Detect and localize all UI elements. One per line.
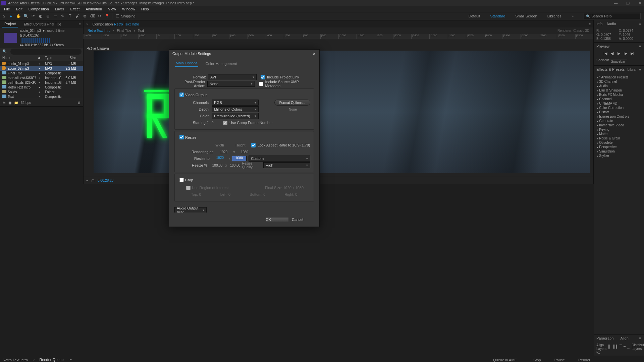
fx-category[interactable]: Noise & Grain: [596, 136, 630, 140]
video-output-checkbox[interactable]: [179, 93, 184, 97]
zoom-dropdown[interactable]: ▾: [86, 179, 88, 182]
tab-main-options[interactable]: Main Options: [175, 60, 198, 67]
fx-category[interactable]: Blur & Sharpen: [596, 88, 630, 93]
resize-width-input[interactable]: 1920: [213, 156, 227, 161]
resize-quality-dropdown[interactable]: High: [263, 162, 310, 168]
project-search-input[interactable]: [10, 49, 82, 55]
col-name[interactable]: Name: [0, 55, 36, 61]
col-type[interactable]: Type: [43, 55, 61, 61]
fx-category[interactable]: Immersive Video: [596, 123, 630, 127]
workspace-standard[interactable]: Standard: [490, 14, 505, 18]
render-button[interactable]: Render: [578, 358, 590, 362]
play-icon[interactable]: ▶: [618, 51, 620, 56]
shortcut-value[interactable]: Spacebar: [609, 59, 627, 60]
puppet-tool-icon[interactable]: 📍: [103, 12, 111, 20]
project-row[interactable]: Final Title▪Composition: [0, 71, 83, 75]
first-frame-icon[interactable]: |◀: [603, 51, 607, 56]
menu-view[interactable]: View: [105, 7, 119, 11]
project-row[interactable]: man-sil..est-K83C75N.jpg▪Importe...G6.0 …: [0, 75, 83, 80]
include-project-link-checkbox[interactable]: [261, 75, 265, 79]
project-row[interactable]: path-th..ds-B25KPZ4.jpg▪Importe...G5.7 M…: [0, 80, 83, 85]
tab-effects-presets[interactable]: Effects & Presets: [596, 67, 625, 71]
pen-tool-icon[interactable]: ✎: [59, 12, 66, 20]
fx-category[interactable]: Expression Controls: [596, 114, 630, 119]
snap-icon[interactable]: ☐: [114, 12, 121, 20]
workspace-small-screen[interactable]: Small Screen: [515, 14, 537, 18]
next-frame-icon[interactable]: |▶: [624, 51, 627, 56]
project-row[interactable]: audio_02.mp3▪MP39.2 MB: [0, 66, 83, 71]
workspace-default[interactable]: Default: [469, 14, 480, 18]
panel-menu-icon[interactable]: ≡: [589, 22, 591, 26]
interpret-footage-icon[interactable]: 🗀: [2, 101, 6, 105]
tab-paragraph[interactable]: Paragraph: [596, 336, 613, 340]
tab-effect-controls[interactable]: Effect Controls Final Title: [22, 21, 63, 27]
menu-composition[interactable]: Composition: [25, 7, 52, 11]
minimize-button[interactable]: —: [613, 1, 619, 5]
close-button[interactable]: ✕: [637, 1, 643, 5]
depth-dropdown[interactable]: Millions of Colors: [212, 106, 259, 112]
workspace-overflow-icon[interactable]: »: [572, 14, 574, 18]
eraser-tool-icon[interactable]: ⌫: [89, 12, 96, 20]
audio-output-dropdown[interactable]: Audio Output Auto: [174, 207, 207, 213]
rotate-tool-icon[interactable]: ◐: [37, 12, 44, 20]
tab-retro-text-intro[interactable]: Retro Text Intro: [3, 358, 28, 362]
tab-libraries[interactable]: Librar: [627, 67, 637, 71]
menu-edit[interactable]: Edit: [13, 7, 25, 11]
fx-category[interactable]: Color Correction: [596, 106, 630, 110]
composition-canvas[interactable]: [94, 51, 590, 173]
panel-menu-icon[interactable]: ≡: [639, 44, 641, 48]
timecode[interactable]: 0:00:28:23: [98, 179, 113, 182]
fx-category[interactable]: * Animation Presets: [596, 75, 630, 79]
queue-in-ame-button[interactable]: Queue in AME...: [493, 358, 520, 362]
fx-category[interactable]: Perspective: [596, 145, 630, 149]
resolution-dropdown[interactable]: ▢: [91, 179, 94, 182]
ok-button[interactable]: OK: [266, 218, 288, 222]
type-tool-icon[interactable]: T: [66, 12, 74, 20]
fx-category[interactable]: Obsolete: [596, 140, 630, 145]
fx-category[interactable]: Keying: [596, 127, 630, 132]
project-row[interactable]: Retro Text Intro▪Composition: [0, 85, 83, 89]
bpc-toggle[interactable]: 32 bpc: [21, 101, 31, 105]
panel-menu-icon[interactable]: ≡: [70, 358, 72, 362]
search-help-input[interactable]: Search Help: [584, 13, 641, 19]
home-icon[interactable]: ⌂: [0, 12, 7, 20]
menu-file[interactable]: File: [1, 7, 13, 11]
pan-behind-tool-icon[interactable]: ⊕: [44, 12, 52, 20]
menu-animation[interactable]: Animation: [83, 7, 105, 11]
selection-tool-icon[interactable]: ▸: [7, 12, 15, 20]
composition-viewer[interactable]: Active Camera: [84, 39, 593, 177]
resize-height-input[interactable]: 1080: [232, 156, 247, 161]
orbit-tool-icon[interactable]: ⟳: [30, 12, 37, 20]
last-frame-icon[interactable]: ▶|: [631, 51, 634, 56]
fx-category[interactable]: 3D Channel: [596, 79, 630, 84]
tab-audio[interactable]: Audio: [606, 22, 616, 26]
tab-project[interactable]: Project: [2, 21, 18, 27]
roto-tool-icon[interactable]: ✂: [96, 12, 103, 20]
tab-render-queue[interactable]: Render Queue: [39, 358, 63, 362]
project-row[interactable]: audio_01.mp3▪MP3... MB: [0, 61, 83, 66]
fx-category[interactable]: Generate: [596, 119, 630, 123]
fx-category[interactable]: Matte: [596, 132, 630, 136]
pause-button[interactable]: Pause: [554, 358, 565, 362]
fx-category[interactable]: Audio: [596, 84, 630, 88]
format-options-button[interactable]: Format Options...: [274, 100, 310, 106]
new-comp-icon[interactable]: ▣: [8, 101, 11, 105]
color-dropdown[interactable]: Premultiplied (Matted): [212, 113, 259, 119]
project-row[interactable]: Solids▪Folder: [0, 89, 83, 94]
workspace-libraries[interactable]: Libraries: [547, 14, 561, 18]
crumb-2[interactable]: Final Title: [117, 29, 131, 33]
prev-frame-icon[interactable]: ◀|: [610, 51, 614, 56]
fx-category[interactable]: Simulation: [596, 149, 630, 154]
hand-tool-icon[interactable]: ✋: [15, 12, 22, 20]
post-render-dropdown[interactable]: None: [207, 81, 255, 87]
col-size[interactable]: Size: [61, 55, 78, 61]
menu-layer[interactable]: Layer: [52, 7, 67, 11]
menu-window[interactable]: Window: [119, 7, 138, 11]
fx-category[interactable]: Stylize: [596, 154, 630, 158]
resize-preset-dropdown[interactable]: Custom: [249, 156, 310, 162]
brush-tool-icon[interactable]: 🖌: [74, 12, 81, 20]
clone-tool-icon[interactable]: ⧉: [81, 12, 89, 20]
panel-menu-icon[interactable]: ≡: [639, 22, 641, 26]
panel-menu-icon[interactable]: ≡: [79, 22, 81, 26]
resize-checkbox[interactable]: [179, 135, 184, 139]
